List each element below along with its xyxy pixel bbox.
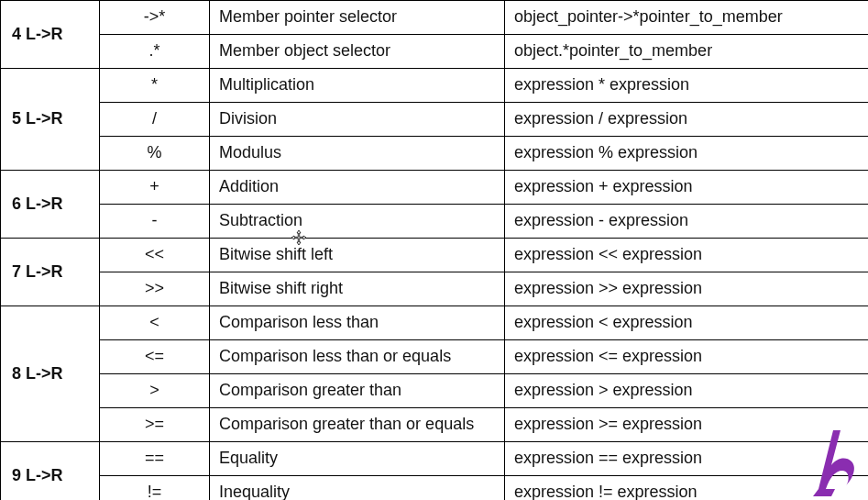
table-row: 5 L->R * Multiplication expression * exp… bbox=[1, 69, 869, 103]
brand-logo-icon bbox=[804, 425, 863, 496]
example-cell: expression + expression bbox=[505, 171, 869, 205]
description-cell: Inequality bbox=[210, 476, 505, 501]
description-cell: Addition bbox=[210, 171, 505, 205]
operator-cell: - bbox=[100, 205, 210, 239]
table-row: 6 L->R + Addition expression + expressio… bbox=[1, 171, 869, 205]
table-row: <= Comparison less than or equals expres… bbox=[1, 340, 869, 374]
table-row: % Modulus expression % expression bbox=[1, 137, 869, 171]
operator-cell: >= bbox=[100, 408, 210, 442]
example-cell: expression > expression bbox=[505, 374, 869, 408]
table-row: >= Comparison greater than or equals exp… bbox=[1, 408, 869, 442]
description-cell: Subtraction bbox=[210, 205, 505, 239]
operator-cell: % bbox=[100, 137, 210, 171]
description-cell: Multiplication bbox=[210, 69, 505, 103]
table-row: 7 L->R << Bitwise shift left expression … bbox=[1, 239, 869, 272]
operator-cell: < bbox=[100, 306, 210, 340]
operator-cell: ->* bbox=[100, 1, 210, 35]
operator-cell: * bbox=[100, 69, 210, 103]
precedence-cell: 6 L->R bbox=[1, 171, 100, 239]
description-cell: Member object selector bbox=[210, 35, 505, 69]
operator-cell: .* bbox=[100, 35, 210, 69]
description-cell: Member pointer selector bbox=[210, 1, 505, 35]
operator-precedence-table: 4 L->R ->* Member pointer selector objec… bbox=[0, 0, 868, 500]
table-row: >> Bitwise shift right expression >> exp… bbox=[1, 272, 869, 306]
operator-cell: / bbox=[100, 103, 210, 137]
operator-cell: + bbox=[100, 171, 210, 205]
operator-cell: <= bbox=[100, 340, 210, 374]
example-cell: expression <= expression bbox=[505, 340, 869, 374]
example-cell: expression >> expression bbox=[505, 272, 869, 306]
precedence-cell: 4 L->R bbox=[1, 1, 100, 69]
example-cell: expression % expression bbox=[505, 137, 869, 171]
description-cell: Bitwise shift left bbox=[210, 239, 505, 272]
precedence-cell: 5 L->R bbox=[1, 69, 100, 171]
precedence-cell: 9 L->R bbox=[1, 442, 100, 501]
table-row: > Comparison greater than expression > e… bbox=[1, 374, 869, 408]
description-cell: Equality bbox=[210, 442, 505, 476]
description-cell: Modulus bbox=[210, 137, 505, 171]
example-cell: object_pointer->*pointer_to_member bbox=[505, 1, 869, 35]
description-cell: Comparison less than or equals bbox=[210, 340, 505, 374]
example-cell: expression * expression bbox=[505, 69, 869, 103]
example-cell: expression < expression bbox=[505, 306, 869, 340]
description-cell: Comparison greater than bbox=[210, 374, 505, 408]
operator-cell: > bbox=[100, 374, 210, 408]
example-cell: expression / expression bbox=[505, 103, 869, 137]
table-row: / Division expression / expression bbox=[1, 103, 869, 137]
table-row: .* Member object selector object.*pointe… bbox=[1, 35, 869, 69]
description-cell: Bitwise shift right bbox=[210, 272, 505, 306]
operator-cell: != bbox=[100, 476, 210, 501]
operator-cell: << bbox=[100, 239, 210, 272]
description-cell: Comparison greater than or equals bbox=[210, 408, 505, 442]
table-row: 4 L->R ->* Member pointer selector objec… bbox=[1, 1, 869, 35]
table-row: != Inequality expression != expression bbox=[1, 476, 869, 501]
example-cell: expression << expression bbox=[505, 239, 869, 272]
table-row: 9 L->R == Equality expression == express… bbox=[1, 442, 869, 476]
table-row: 8 L->R < Comparison less than expression… bbox=[1, 306, 869, 340]
description-cell: Comparison less than bbox=[210, 306, 505, 340]
precedence-cell: 7 L->R bbox=[1, 239, 100, 306]
description-cell: Division bbox=[210, 103, 505, 137]
example-cell: object.*pointer_to_member bbox=[505, 35, 869, 69]
operator-cell: == bbox=[100, 442, 210, 476]
operator-cell: >> bbox=[100, 272, 210, 306]
example-cell: expression - expression bbox=[505, 205, 869, 239]
table-row: - Subtraction expression - expression bbox=[1, 205, 869, 239]
precedence-cell: 8 L->R bbox=[1, 306, 100, 442]
